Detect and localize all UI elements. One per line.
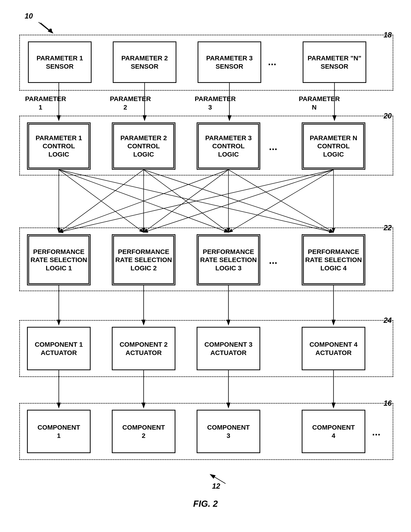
param-label-1: PARAMETER1 (25, 95, 56, 112)
ellipsis-comp: ... (372, 426, 380, 438)
param-label-3: PARAMETER3 (195, 95, 225, 112)
sensor-3: PARAMETER 3SENSOR (198, 41, 261, 83)
control-logic-3: PARAMETER 3CONTROLLOGIC (197, 123, 260, 170)
ref-22: 22 (384, 224, 392, 232)
ellipsis-sensors: ... (268, 56, 276, 67)
sensor-1: PARAMETER 1SENSOR (28, 41, 92, 83)
param-label-n: PARAMETERN (299, 95, 330, 112)
control-logic-1: PARAMETER 1CONTROLLOGIC (27, 123, 91, 170)
sensor-2: PARAMETER 2SENSOR (113, 41, 176, 83)
fig-label: FIG. 2 (0, 498, 411, 509)
svg-line-0 (38, 22, 52, 33)
svg-line-15 (59, 170, 228, 232)
svg-line-20 (144, 170, 334, 232)
perf-logic-4: PERFORMANCERATE SELECTIONLOGIC 4 (302, 234, 365, 285)
ref-10: 10 (25, 12, 33, 20)
svg-line-21 (228, 170, 334, 232)
component-3: COMPONENT3 (197, 410, 260, 453)
ref-12: 12 (212, 482, 220, 490)
svg-line-31 (40, 23, 53, 33)
svg-line-16 (144, 170, 228, 232)
component-1: COMPONENT1 (27, 410, 91, 453)
control-logic-n: PARAMETER NCONTROLLOGIC (302, 123, 365, 170)
perf-logic-3: PERFORMANCERATE SELECTIONLOGIC 3 (197, 234, 260, 285)
svg-line-18 (228, 170, 334, 232)
svg-line-9 (59, 170, 228, 232)
ellipsis-pl: ... (269, 255, 277, 266)
sensor-n: PARAMETER "N"SENSOR (303, 41, 366, 83)
svg-line-13 (144, 170, 228, 232)
svg-line-11 (59, 170, 144, 232)
perf-logic-1: PERFORMANCERATE SELECTIONLOGIC 1 (27, 234, 91, 285)
svg-line-19 (59, 170, 334, 232)
svg-line-14 (144, 170, 334, 232)
svg-marker-1 (49, 28, 52, 33)
ref-24: 24 (384, 316, 392, 324)
component-4: COMPONENT4 (302, 410, 365, 453)
ref-16: 16 (384, 399, 392, 408)
actuator-4: COMPONENT 4ACTUATOR (302, 327, 365, 370)
ellipsis-cl: ... (269, 141, 277, 152)
svg-line-10 (59, 170, 334, 232)
component-2: COMPONENT2 (112, 410, 175, 453)
actuator-2: COMPONENT 2ACTUATOR (112, 327, 175, 370)
actuator-1: COMPONENT 1ACTUATOR (27, 327, 91, 370)
actuator-3: COMPONENT 3ACTUATOR (197, 327, 260, 370)
perf-logic-2: PERFORMANCERATE SELECTIONLOGIC 2 (112, 234, 175, 285)
ref-20: 20 (384, 112, 392, 120)
param-label-2: PARAMETER2 (110, 95, 141, 112)
control-logic-2: PARAMETER 2CONTROLLOGIC (112, 123, 175, 170)
ref-18: 18 (384, 31, 392, 39)
svg-line-8 (59, 170, 144, 232)
diagram: 10 18 PARAMETER 1SENSOR PARAMETER 2SENSO… (0, 0, 411, 532)
